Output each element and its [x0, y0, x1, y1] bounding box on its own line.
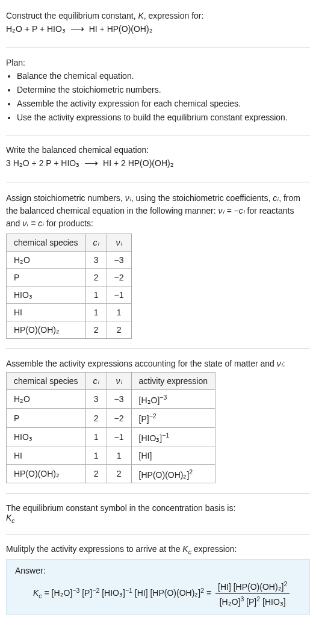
list-item: Assemble the activity expression for eac… — [17, 98, 310, 110]
cell: −2 — [107, 409, 131, 428]
plan-section: Plan: Balance the chemical equation. Det… — [6, 52, 310, 131]
activity-section: Assemble the activity expressions accoun… — [6, 353, 310, 490]
table-row: H₂O3−3 — [7, 251, 132, 268]
activity-text-b: : — [283, 359, 285, 368]
final-section: Mulitply the activity expressions to arr… — [6, 538, 310, 621]
divider — [6, 48, 310, 48]
stoich-text-b: , using the stoichiometric coefficients, — [131, 193, 273, 203]
intro-text: Construct the equilibrium constant, — [6, 11, 138, 20]
col-header: activity expression — [131, 372, 215, 389]
stoich-rel2: νᵢ = cᵢ — [22, 218, 44, 228]
cell: HIO₃ — [7, 427, 86, 447]
list-item: Balance the chemical equation. — [17, 70, 310, 82]
stoich-text-e: for products: — [44, 218, 93, 228]
arrow-icon: ⟶ — [82, 158, 101, 168]
kc-expression: Kc = [H₂O]−3 [P]−2 [HIO₃]−1 [HI] [HP(O)(… — [33, 579, 301, 608]
cell: 2 — [107, 321, 131, 338]
eqconst-symbol: Kc — [6, 513, 310, 524]
divider — [6, 182, 310, 182]
table-row: HP(O)(OH)₂22[HP(O)(OH)₂]2 — [7, 464, 215, 483]
cell: 3 — [85, 251, 107, 268]
table-row: HIO₃1−1 — [7, 286, 132, 303]
col-header: cᵢ — [85, 234, 107, 251]
table-row: H₂O3−3[H₂O]−3 — [7, 389, 215, 409]
cell: 1 — [85, 286, 107, 303]
table-row: HI11[HI] — [7, 447, 215, 464]
intro-text-b: , expression for: — [144, 11, 204, 20]
list-item: Determine the stoichiometric numbers. — [17, 84, 310, 96]
balanced-section: Write the balanced chemical equation: 3 … — [6, 139, 310, 178]
cell: [HIO₃]−1 — [131, 427, 215, 447]
table-row: chemical species cᵢ νᵢ activity expressi… — [7, 372, 215, 389]
activity-text: Assemble the activity expressions accoun… — [6, 359, 310, 368]
col-header: cᵢ — [85, 372, 107, 389]
intro-K: K — [138, 11, 143, 20]
cell: −1 — [107, 286, 131, 303]
cell: [P]−2 — [131, 409, 215, 428]
cell: [H₂O]−3 — [131, 389, 215, 409]
activity-nu: νᵢ — [277, 359, 283, 368]
cell: HP(O)(OH)₂ — [7, 464, 86, 483]
cell: HIO₃ — [7, 286, 86, 303]
cell: [HP(O)(OH)₂]2 — [131, 464, 215, 483]
cell: 1 — [85, 303, 107, 321]
table-row: P2−2[P]−2 — [7, 409, 215, 428]
divider — [6, 534, 310, 534]
cell: [HI] — [131, 447, 215, 464]
cell: −2 — [107, 268, 131, 286]
stoich-text-a: Assign stoichiometric numbers, — [6, 193, 125, 203]
col-header: chemical species — [7, 372, 86, 389]
col-header: chemical species — [7, 234, 86, 251]
divider — [6, 348, 310, 349]
table-row: P2−2 — [7, 268, 132, 286]
cell: HI — [7, 303, 86, 321]
cell: P — [7, 268, 86, 286]
divider — [6, 493, 310, 494]
eq-rhs: HI + HP(O)(OH)₂ — [89, 24, 153, 34]
table-row: HIO₃1−1[HIO₃]−1 — [7, 427, 215, 447]
intro-line: Construct the equilibrium constant, K, e… — [6, 11, 310, 20]
cell: P — [7, 409, 86, 428]
cell: 2 — [85, 268, 107, 286]
arrow-icon: ⟶ — [68, 23, 87, 34]
list-item: Use the activity expressions to build th… — [17, 111, 310, 124]
table-row: HP(O)(OH)₂22 — [7, 321, 132, 338]
balanced-heading: Write the balanced chemical equation: — [6, 145, 310, 155]
cell: −1 — [107, 427, 131, 447]
cell: HI — [7, 447, 86, 464]
fraction: [HI] [HP(O)(OH)₂]2 [H₂O]3 [P]2 [HIO₃] — [215, 579, 290, 608]
stoich-table: chemical species cᵢ νᵢ H₂O3−3 P2−2 HIO₃1… — [6, 234, 132, 339]
balanced-lhs: 3 H₂O + 2 P + HIO₃ — [6, 158, 79, 168]
balanced-rhs: HI + 2 HP(O)(OH)₂ — [103, 158, 174, 168]
activity-text-a: Assemble the activity expressions accoun… — [6, 359, 277, 368]
cell: 1 — [85, 427, 107, 447]
plan-list: Balance the chemical equation. Determine… — [6, 70, 310, 124]
cell: 3 — [85, 389, 107, 409]
answer-label: Answer: — [15, 566, 301, 575]
stoich-rel1: νᵢ = −cᵢ — [218, 206, 245, 215]
col-header: νᵢ — [107, 372, 131, 389]
divider — [6, 135, 310, 135]
unbalanced-equation: H₂O + P + HIO₃ ⟶ HI + HP(O)(OH)₂ — [6, 20, 310, 38]
cell: 1 — [85, 447, 107, 464]
cell: 2 — [107, 464, 131, 483]
cell: −3 — [107, 251, 131, 268]
cell: H₂O — [7, 251, 86, 268]
cell: 1 — [107, 447, 131, 464]
cell: 1 — [107, 303, 131, 321]
cell: HP(O)(OH)₂ — [7, 321, 86, 338]
table-row: HI11 — [7, 303, 132, 321]
eqconst-section: The equilibrium constant symbol in the c… — [6, 497, 310, 530]
cell: −3 — [107, 389, 131, 409]
stoich-nu: νᵢ — [125, 193, 131, 203]
activity-table: chemical species cᵢ νᵢ activity expressi… — [6, 372, 215, 484]
plan-heading: Plan: — [6, 58, 310, 67]
intro-section: Construct the equilibrium constant, K, e… — [6, 5, 310, 44]
cell: H₂O — [7, 389, 86, 409]
answer-box: Answer: Kc = [H₂O]−3 [P]−2 [HIO₃]−1 [HI]… — [6, 559, 310, 615]
cell: 2 — [85, 321, 107, 338]
stoich-text: Assign stoichiometric numbers, νᵢ, using… — [6, 192, 310, 230]
stoich-ci: cᵢ — [273, 193, 279, 203]
final-line: Mulitply the activity expressions to arr… — [6, 544, 310, 556]
col-header: νᵢ — [107, 234, 131, 251]
